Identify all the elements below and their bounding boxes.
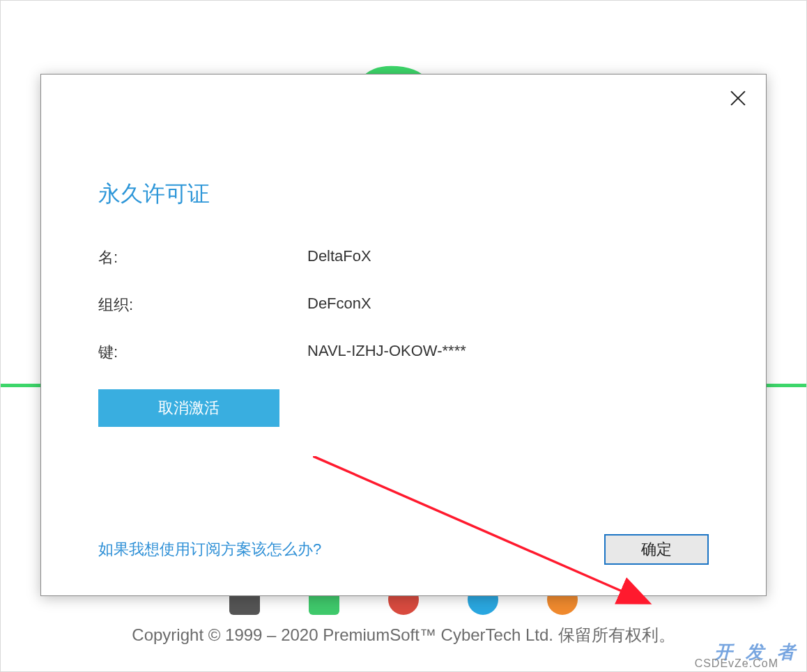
name-label: 名: [98,247,307,268]
key-value: NAVL-IZHJ-OKOW-**** [307,342,466,363]
field-row-name: 名: DeltaFoX [98,247,709,268]
license-fields: 名: DeltaFoX 组织: DeFconX 键: NAVL-IZHJ-OKO… [98,247,709,363]
dialog-title: 永久许可证 [98,179,709,210]
watermark-subtext: CSDEvZe.CoM [695,657,778,670]
dialog-body: 永久许可证 名: DeltaFoX 组织: DeFconX 键: NAVL-IZ… [98,179,709,568]
subscription-link[interactable]: 如果我想使用订阅方案该怎么办? [98,539,321,560]
close-icon[interactable] [728,88,748,108]
org-value: DeFconX [307,295,371,315]
license-dialog: 永久许可证 名: DeltaFoX 组织: DeFconX 键: NAVL-IZ… [40,74,767,596]
ok-button[interactable]: 确定 [604,534,709,565]
key-label: 键: [98,342,307,363]
field-row-key: 键: NAVL-IZHJ-OKOW-**** [98,342,709,363]
dialog-footer: 如果我想使用订阅方案该怎么办? 确定 [98,534,709,565]
name-value: DeltaFoX [307,247,371,268]
copyright-text: Copyright © 1999 – 2020 PremiumSoft™ Cyb… [1,624,806,646]
field-row-org: 组织: DeFconX [98,295,709,315]
org-label: 组织: [98,295,307,315]
deactivate-button[interactable]: 取消激活 [98,389,279,427]
